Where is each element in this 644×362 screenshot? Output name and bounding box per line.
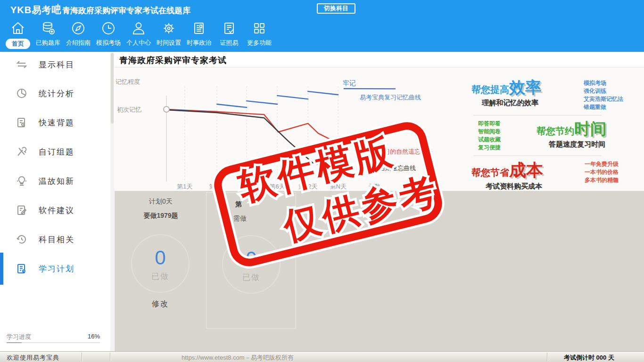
toolbar-label: 时事政治 xyxy=(187,39,211,47)
sidebar-item-label: 学习计划 xyxy=(39,263,74,274)
promo-divider xyxy=(473,156,602,156)
promo-time-row: 即答即看 智能阅卷 试题收藏 复习便捷 帮您节约时间 答题速度复习时间 xyxy=(471,118,644,152)
promo-efficiency-row: 帮您提高效率 理解和记忆的效率 模拟考场 强化训练 艾宾浩斯记忆法 错题重做 xyxy=(471,77,644,112)
sidebar-item-label: 快速背题 xyxy=(39,117,74,128)
study-progress-bar xyxy=(7,342,100,343)
home-icon xyxy=(10,21,25,36)
sidebar-item-study-plan[interactable]: 学习计划 xyxy=(0,254,115,283)
news-icon xyxy=(191,21,206,36)
promo-cost-subtitle: 考试资料购买成本 xyxy=(471,182,570,191)
promo-panel: 帮您提高效率 理解和记忆的效率 模拟考场 强化训练 艾宾浩斯记忆法 错题重做 即… xyxy=(471,77,644,191)
sidebar-item-show-subjects[interactable]: 显示科目 xyxy=(0,50,115,79)
exam-countdown-text: 考试倒计时 000 天 xyxy=(564,354,614,362)
sidebar-item-label: 自订组题 xyxy=(39,147,74,157)
promo-time-prefix: 帮您节约 xyxy=(537,126,574,136)
promo-divider xyxy=(473,115,602,115)
plan-done-label: 已做 xyxy=(132,271,189,282)
sidebar-item-label: 温故知新 xyxy=(39,176,74,187)
promo-list-item: 试题收藏 xyxy=(478,136,523,143)
status-bar: 欢迎使用易考宝典 https://www.etest8.com－易考吧版权所有 … xyxy=(0,351,644,362)
sidebar-item-label: 科目相关 xyxy=(39,234,74,245)
toolbar-label: 更多功能 xyxy=(247,39,272,47)
study-plan-icon xyxy=(16,263,27,274)
time-settings-gear-icon xyxy=(161,21,176,36)
study-progress-label: 学习进度 xyxy=(7,333,31,340)
promo-time-word: 时间 xyxy=(574,120,606,138)
chart-curve-label: 易考宝典复习记忆曲线 xyxy=(360,93,421,102)
sidebar-item-review-old[interactable]: 温故知新 xyxy=(0,166,115,196)
sidebar-item-software-suggestions[interactable]: 软件建议 xyxy=(0,196,115,225)
promo-cost-row: 帮您节省成本 考试资料购买成本 一年免费升级 一本书的价格 多本书的精髓 xyxy=(471,159,644,191)
chart-x-tick-label: 第1天 xyxy=(177,182,192,191)
today-done-label: 已做 xyxy=(223,272,280,283)
toolbar-label: 介绍指南 xyxy=(66,39,91,47)
promo-efficiency-prefix: 帮您提高 xyxy=(471,84,509,95)
promo-list-item: 模拟考场 xyxy=(584,80,623,87)
promo-list-item: 复习便捷 xyxy=(478,144,523,151)
certificate-check-icon xyxy=(222,21,237,36)
promo-efficiency-subtitle: 理解和记忆的效率 xyxy=(471,99,570,107)
toolbar-label: 已购题库 xyxy=(36,39,60,47)
promo-list-item: 强化训练 xyxy=(584,88,623,95)
sidebar: 显示科目 统计分析 快速背题 自订组题 温故知新 软件建议 科目相关 学习计划 xyxy=(0,52,115,351)
status-copyright-text: https://www.etest8.com－易考吧版权所有 xyxy=(182,354,294,362)
app-logo: YKB易考吧 xyxy=(10,4,61,16)
plan-days-label: 计划0天 xyxy=(143,197,179,206)
sidebar-item-statistics[interactable]: 统计分析 xyxy=(0,79,115,108)
chart-curve-label: 牢记 xyxy=(343,79,356,88)
sidebar-scrollbar[interactable] xyxy=(110,52,114,351)
sidebar-item-label: 显示科目 xyxy=(39,59,74,70)
toolbar-label: 模拟考场 xyxy=(96,39,121,47)
status-separator xyxy=(110,353,110,362)
sidebar-scrollbar-thumb[interactable] xyxy=(111,53,114,123)
toolbar-item-more[interactable]: 更多功能 xyxy=(244,21,274,49)
sidebar-item-label: 软件建议 xyxy=(39,205,74,216)
plan-todo-label: 要做1979题 xyxy=(133,212,188,220)
toolbar-label: 个人中心 xyxy=(126,39,151,47)
promo-list-item: 艾宾浩斯记忆法 xyxy=(584,96,623,103)
toolbar-item-current-affairs[interactable]: 时事政治 xyxy=(184,21,214,49)
modify-plan-button[interactable]: 修改 xyxy=(146,299,174,309)
promo-cost-prefix: 帮您节省 xyxy=(471,167,509,178)
study-progress-row: 学习进度 16% xyxy=(7,333,100,341)
plan-done-ring: 0 已做 xyxy=(131,234,190,293)
lightbulb-icon xyxy=(16,175,27,187)
page-title: 青海政府采购评审专家考试 xyxy=(119,55,227,66)
brand-row: YKB易考吧 青海政府采购评审专家考试在线题库 切换科目 xyxy=(0,0,644,18)
toolbar: 首页 已购题库 介绍指南 模拟考场 个人中心 时间设置 xyxy=(3,21,274,49)
promo-list-item: 智能阅卷 xyxy=(478,128,523,135)
plan-done-count: 0 xyxy=(132,247,189,268)
sidebar-item-quick-memorize[interactable]: 快速背题 xyxy=(0,108,115,137)
toolbar-item-purchased-banks[interactable]: 已购题库 xyxy=(33,21,63,49)
toolbar-label: 时间设置 xyxy=(157,39,181,47)
mock-exam-clock-icon xyxy=(101,21,116,36)
app-window: YKB易考吧 青海政府采购评审专家考试在线题库 切换科目 首页 已购题库 介绍指… xyxy=(0,0,644,362)
switch-subject-button[interactable]: 切换科目 xyxy=(317,3,355,14)
promo-list-item: 多本书的精髓 xyxy=(585,177,619,184)
tools-icon xyxy=(16,146,27,157)
promo-time-subtitle: 答题速度复习时间 xyxy=(537,140,606,149)
feedback-doc-icon xyxy=(16,205,27,216)
swap-arrows-icon xyxy=(16,59,27,70)
subject-history-icon xyxy=(16,234,27,245)
user-icon xyxy=(131,21,146,36)
sidebar-item-custom-quiz[interactable]: 自订组题 xyxy=(0,137,115,166)
promo-list-item: 一本书的价格 xyxy=(585,169,619,176)
toolbar-item-time-settings[interactable]: 时间设置 xyxy=(154,21,184,49)
toolbar-item-user-center[interactable]: 个人中心 xyxy=(124,21,154,49)
toolbar-item-intro-guide[interactable]: 介绍指南 xyxy=(63,21,93,49)
guide-compass-icon xyxy=(71,21,86,36)
bank-subtitle: 青海政府采购评审专家考试在线题库 xyxy=(62,5,190,16)
toolbar-item-mock-exam[interactable]: 模拟考场 xyxy=(93,21,124,49)
toolbar-item-zhengzhaoyi[interactable]: 证照易 xyxy=(214,21,244,49)
pie-chart-icon xyxy=(16,88,27,99)
header: YKB易考吧 青海政府采购评审专家考试在线题库 切换科目 首页 已购题库 介绍指… xyxy=(0,0,644,52)
promo-list-item: 一年免费升级 xyxy=(585,161,619,168)
sidebar-item-subject-related[interactable]: 科目相关 xyxy=(0,225,115,254)
toolbar-item-home[interactable]: 首页 xyxy=(3,21,33,49)
brand-divider xyxy=(58,4,58,14)
chart-start-point-label: 初次记忆 xyxy=(117,106,141,114)
chart-y-axis-label: 记忆程度 xyxy=(116,78,140,86)
status-separator xyxy=(82,353,82,362)
promo-efficiency-word: 效率 xyxy=(509,78,541,96)
